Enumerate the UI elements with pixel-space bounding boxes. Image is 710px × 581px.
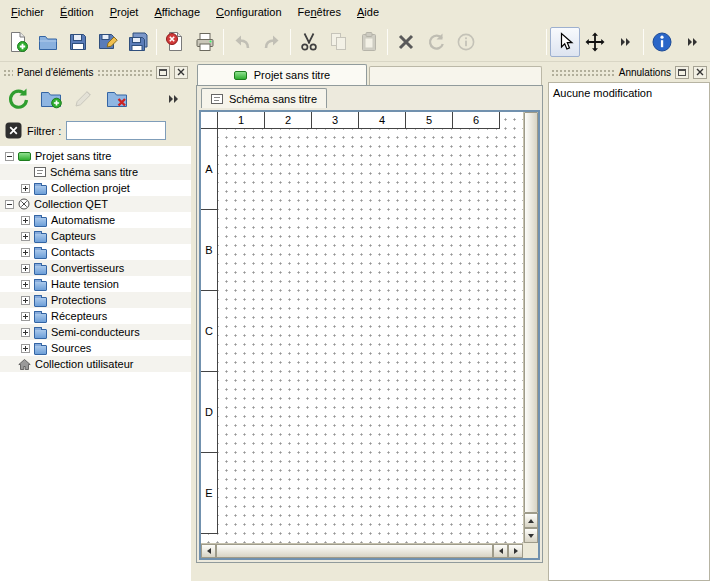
- menu-aide[interactable]: Aide: [349, 2, 387, 21]
- tree-item-schema-sans-titre[interactable]: Schéma sans titre: [0, 164, 191, 180]
- undo-button[interactable]: [227, 27, 257, 57]
- tree-item-label: Automatisme: [51, 214, 115, 226]
- toolbar-extension-button[interactable]: [677, 27, 707, 57]
- cut-button[interactable]: [294, 27, 324, 57]
- dock-grip[interactable]: [3, 68, 13, 76]
- tree-item-label: Semi-conducteurs: [51, 326, 140, 338]
- collapse-icon[interactable]: [5, 152, 14, 161]
- save-as-button[interactable]: [93, 27, 123, 57]
- scroll-left-button[interactable]: [201, 544, 216, 558]
- tree-item-collection-qet[interactable]: Collection QET: [0, 196, 191, 212]
- tree-item-label: Collection QET: [34, 198, 108, 210]
- expand-icon[interactable]: [21, 232, 30, 241]
- expand-icon[interactable]: [21, 264, 30, 273]
- expand-icon[interactable]: [21, 248, 30, 257]
- save-all-button[interactable]: [123, 27, 153, 57]
- tree-item-automatisme[interactable]: Automatisme: [0, 212, 191, 228]
- new-file-button[interactable]: [3, 27, 33, 57]
- tab-projet-sans-titre[interactable]: Projet sans titre: [197, 64, 367, 85]
- move-arrows-icon: [584, 31, 606, 53]
- menu-edition[interactable]: Édition: [52, 2, 102, 21]
- tree-item-label: Collection utilisateur: [35, 358, 133, 370]
- tree-item-convertisseurs[interactable]: Convertisseurs: [0, 260, 191, 276]
- reload-collections-button[interactable]: [3, 84, 33, 114]
- dock-close-button[interactable]: [693, 66, 707, 79]
- paste-button[interactable]: [354, 27, 384, 57]
- column-ruler: 1 2 3 4 5 6: [201, 112, 500, 129]
- horizontal-scrollbar[interactable]: [201, 543, 523, 558]
- edit-element-button[interactable]: [69, 84, 99, 114]
- rotate-button[interactable]: [421, 27, 451, 57]
- floppy-pencil-icon: [97, 31, 119, 53]
- tree-item-contacts[interactable]: Contacts: [0, 244, 191, 260]
- menu-fichier[interactable]: Fichier: [3, 2, 52, 21]
- undo-history-item[interactable]: Aucune modification: [553, 85, 705, 100]
- project-pane: Schéma sans titre 1 2 3 4 5 6: [196, 85, 543, 563]
- scroll-down-button[interactable]: [524, 528, 538, 543]
- delete-button[interactable]: [391, 27, 421, 57]
- about-qet-button[interactable]: [647, 27, 677, 57]
- scrollbar-corner: [523, 543, 538, 558]
- delete-element-button[interactable]: [102, 84, 132, 114]
- folder-plus-icon: [39, 86, 63, 112]
- dock-float-button[interactable]: [675, 66, 689, 79]
- diagram-canvas[interactable]: 1 2 3 4 5 6 A B C D E: [201, 112, 523, 543]
- expand-icon[interactable]: [21, 184, 30, 193]
- close-file-button[interactable]: [160, 27, 190, 57]
- expand-icon[interactable]: [21, 216, 30, 225]
- expand-icon[interactable]: [21, 296, 30, 305]
- filter-input[interactable]: [66, 121, 166, 140]
- vertical-scrollbar-thumb[interactable]: [524, 112, 538, 513]
- save-button[interactable]: [63, 27, 93, 57]
- scroll-up-button[interactable]: [524, 513, 538, 528]
- expand-icon[interactable]: [21, 328, 30, 337]
- column-label: 6: [453, 112, 500, 129]
- menu-projet[interactable]: Projet: [102, 2, 147, 21]
- tree-item-capteurs[interactable]: Capteurs: [0, 228, 191, 244]
- scroll-right-button[interactable]: [508, 544, 523, 558]
- expand-icon[interactable]: [21, 280, 30, 289]
- select-mode-button[interactable]: [550, 27, 580, 57]
- tree-item-sources[interactable]: Sources: [0, 340, 191, 356]
- menu-fenetres[interactable]: Fenêtres: [290, 2, 349, 21]
- dock-grip[interactable]: [97, 68, 152, 76]
- element-info-button[interactable]: [451, 27, 481, 57]
- collapse-icon[interactable]: [5, 200, 14, 209]
- tree-item-haute-tension[interactable]: Haute tension: [0, 276, 191, 292]
- vertical-scrollbar[interactable]: [523, 112, 538, 543]
- scroll-left-button-2[interactable]: [493, 544, 508, 558]
- tree-item-label: Haute tension: [51, 278, 119, 290]
- dock-grip[interactable]: [551, 68, 615, 76]
- menu-affichage[interactable]: Affichage: [146, 2, 208, 21]
- redo-button[interactable]: [257, 27, 287, 57]
- horizontal-scrollbar-thumb[interactable]: [216, 544, 493, 558]
- copy-button[interactable]: [324, 27, 354, 57]
- tree-item-protections[interactable]: Protections: [0, 292, 191, 308]
- tree-item-label: Contacts: [51, 246, 94, 258]
- dock-float-button[interactable]: [156, 66, 170, 79]
- tree-item-collection-projet[interactable]: Collection projet: [0, 180, 191, 196]
- tree-item-semi-conducteurs[interactable]: Semi-conducteurs: [0, 324, 191, 340]
- column-label: 4: [359, 112, 406, 129]
- project-icon: [234, 71, 247, 80]
- clear-filter-button[interactable]: [5, 122, 22, 139]
- redo-arrow-icon: [261, 31, 283, 53]
- panel-overflow-button[interactable]: [158, 84, 188, 114]
- tree-item-label: Collection projet: [51, 182, 130, 194]
- printer-icon: [194, 31, 216, 53]
- toolbar-separator: [223, 29, 224, 55]
- expand-icon[interactable]: [21, 344, 30, 353]
- tree-item-projet-sans-titre[interactable]: Projet sans titre: [0, 148, 191, 164]
- dock-close-button[interactable]: [174, 66, 188, 79]
- open-file-button[interactable]: [33, 27, 63, 57]
- pan-mode-button[interactable]: [580, 27, 610, 57]
- tab-schema-sans-titre[interactable]: Schéma sans titre: [201, 88, 327, 108]
- print-button[interactable]: [190, 27, 220, 57]
- tree-item-collection-utilisateur[interactable]: Collection utilisateur: [0, 356, 191, 372]
- toolbar-overflow-button[interactable]: [610, 27, 640, 57]
- tree-item-recepteurs[interactable]: Récepteurs: [0, 308, 191, 324]
- menu-configuration[interactable]: Configuration: [208, 2, 289, 21]
- expand-icon[interactable]: [21, 312, 30, 321]
- new-element-button[interactable]: [36, 84, 66, 114]
- horizontal-scrollbar-row: [201, 543, 538, 558]
